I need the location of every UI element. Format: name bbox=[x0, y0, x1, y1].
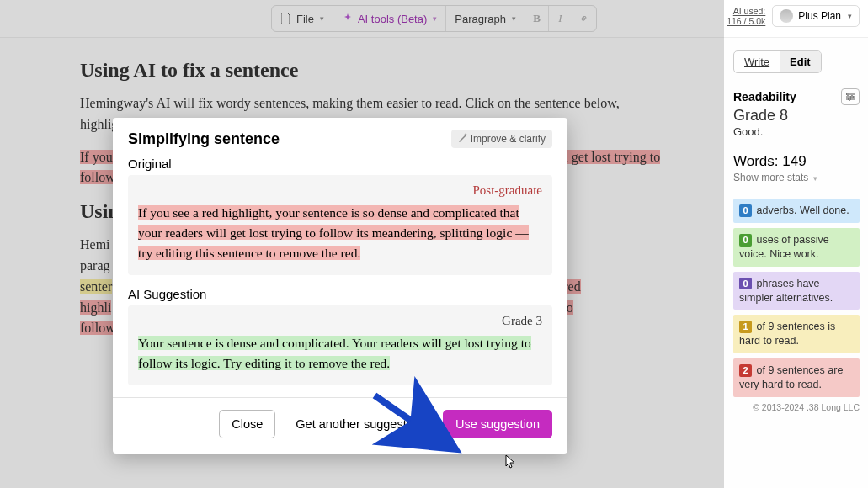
original-box: Post-graduate If you see a red highlight… bbox=[128, 175, 552, 275]
text-fragment: parag bbox=[80, 258, 110, 273]
mode-tabs: Write Edit bbox=[733, 50, 822, 73]
toolbar-right: AI used: 116 / 5.0k Plus Plan ▾ bbox=[727, 5, 860, 27]
original-grade: Post-graduate bbox=[138, 183, 542, 198]
original-label: Original bbox=[128, 156, 552, 171]
words-label: Words: bbox=[733, 153, 779, 169]
paragraph-label: Paragraph bbox=[455, 13, 506, 25]
original-sentence: If you see a red highlight, your sentenc… bbox=[138, 205, 529, 260]
original-text: If you see a red highlight, your sentenc… bbox=[138, 203, 542, 263]
suggestion-box: Grade 3 Your sentence is dense and compl… bbox=[128, 305, 552, 385]
svg-point-0 bbox=[847, 93, 849, 96]
stat-text: adverbs. Well done. bbox=[756, 204, 849, 216]
doc-heading: Using AI to fix a sentence bbox=[80, 59, 679, 82]
plan-selector[interactable]: Plus Plan ▾ bbox=[772, 5, 860, 27]
paragraph-style-menu[interactable]: Paragraph ▾ bbox=[446, 6, 525, 31]
sidebar: Write Edit Readability Grade 8 Good. Wor… bbox=[729, 38, 868, 488]
very-hard-sentence[interactable]: follow bbox=[80, 321, 115, 335]
very-hard-sentence[interactable]: highli bbox=[80, 300, 111, 315]
stat-hard[interactable]: 1 of 9 sentences is hard to read. bbox=[733, 315, 860, 353]
stat-count: 2 bbox=[739, 364, 752, 377]
suggestion-grade: Grade 3 bbox=[138, 314, 542, 328]
text-fragment: Hemi bbox=[80, 237, 110, 252]
copyright: © 2013-2024 .38 Long LLC bbox=[733, 402, 860, 412]
file-label: File bbox=[296, 13, 314, 25]
readability-header: Readability bbox=[733, 88, 860, 105]
settings-icon[interactable] bbox=[841, 88, 860, 105]
stat-simpler[interactable]: 0 phrases have simpler alternatives. bbox=[733, 272, 860, 310]
hard-sentence[interactable]: senter bbox=[80, 279, 112, 294]
ai-used-label: AI used: bbox=[727, 6, 765, 16]
stat-text: of 9 sentences are very hard to read. bbox=[739, 364, 843, 390]
svg-point-1 bbox=[851, 96, 854, 98]
readability-grade: Grade 8 bbox=[733, 107, 860, 125]
chevron-down-icon: ▾ bbox=[320, 14, 324, 23]
readability-label: Readability bbox=[733, 90, 796, 103]
tab-write[interactable]: Write bbox=[734, 51, 780, 72]
stat-count: 0 bbox=[739, 278, 752, 290]
word-count: Words: 149 bbox=[733, 153, 860, 170]
ai-tools-label: AI tools (Beta) bbox=[358, 13, 427, 25]
link-icon: ⚭ bbox=[576, 10, 592, 26]
chevron-down-icon: ▾ bbox=[512, 14, 516, 23]
tab-edit[interactable]: Edit bbox=[780, 51, 821, 72]
suggestion-text: Your sentence is dense and complicated. … bbox=[138, 333, 542, 374]
close-button[interactable]: Close bbox=[219, 410, 275, 438]
words-value: 149 bbox=[782, 153, 806, 169]
suggestion-sentence: Your sentence is dense and complicated. … bbox=[138, 336, 531, 370]
stat-count: 1 bbox=[739, 321, 752, 333]
sparkle-icon bbox=[342, 13, 354, 24]
readability-quality: Good. bbox=[733, 125, 860, 138]
improve-label: Improve & clarify bbox=[471, 133, 546, 145]
suggestion-label: AI Suggestion bbox=[128, 287, 552, 301]
stat-text: uses of passive voice. Nice work. bbox=[739, 234, 829, 260]
show-more-stats[interactable]: Show more stats ▾ bbox=[733, 172, 860, 183]
avatar bbox=[780, 9, 793, 23]
link-button[interactable]: ⚭ bbox=[572, 6, 596, 31]
use-suggestion-button[interactable]: Use suggestion bbox=[443, 410, 552, 438]
top-toolbar: File ▾ AI tools (Beta) ▾ Paragraph ▾ B I… bbox=[0, 0, 868, 38]
divider bbox=[113, 397, 567, 398]
chevron-down-icon: ▾ bbox=[433, 14, 437, 23]
chevron-down-icon: ▾ bbox=[848, 12, 852, 20]
ai-usage-meter[interactable]: AI used: 116 / 5.0k bbox=[727, 6, 765, 26]
stat-text: phrases have simpler alternatives. bbox=[739, 278, 833, 304]
stat-very-hard[interactable]: 2 of 9 sentences are very hard to read. bbox=[733, 358, 860, 397]
stat-passive[interactable]: 0 uses of passive voice. Nice work. bbox=[733, 228, 860, 267]
bold-button[interactable]: B bbox=[525, 6, 549, 31]
svg-point-2 bbox=[849, 98, 851, 101]
ai-tools-menu[interactable]: AI tools (Beta) ▾ bbox=[333, 6, 446, 31]
another-suggestion-button[interactable]: Get another suggestion bbox=[284, 410, 434, 438]
modal-title: Simplifying sentence bbox=[128, 130, 280, 148]
wand-icon bbox=[458, 133, 467, 145]
simplify-modal: Simplifying sentence Improve & clarify O… bbox=[113, 118, 567, 454]
improve-clarify-button[interactable]: Improve & clarify bbox=[451, 130, 552, 148]
chevron-down-icon: ▾ bbox=[813, 174, 817, 183]
stat-count: 0 bbox=[739, 234, 752, 247]
ai-used-value: 116 / 5.0k bbox=[727, 16, 765, 26]
stat-text: of 9 sentences is hard to read. bbox=[739, 321, 835, 347]
stat-count: 0 bbox=[739, 204, 752, 217]
italic-button[interactable]: I bbox=[549, 6, 572, 31]
file-icon bbox=[280, 13, 292, 24]
show-more-label: Show more stats bbox=[733, 172, 808, 183]
stat-adverbs[interactable]: 0 adverbs. Well done. bbox=[733, 199, 860, 223]
file-menu[interactable]: File ▾ bbox=[272, 6, 333, 31]
toolbar-group: File ▾ AI tools (Beta) ▾ Paragraph ▾ B I… bbox=[271, 5, 597, 32]
plan-label: Plus Plan bbox=[798, 10, 841, 22]
modal-actions: Close Get another suggestion Use suggest… bbox=[128, 410, 552, 438]
